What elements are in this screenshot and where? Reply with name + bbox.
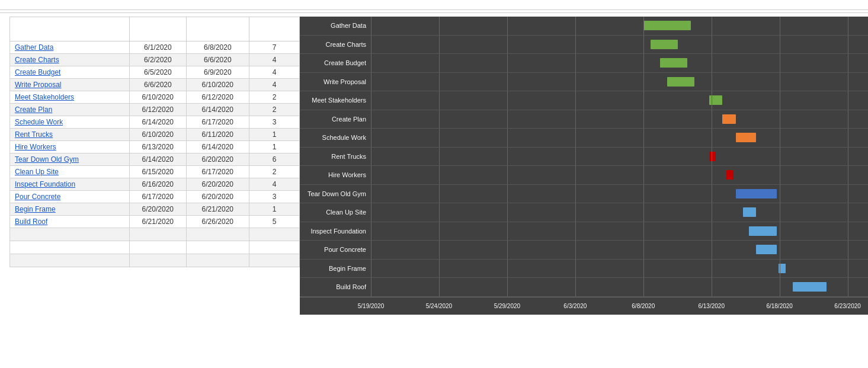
task-name-cell[interactable]: Hire Workers: [10, 141, 130, 153]
vertical-gridline: [780, 260, 780, 278]
task-name-cell[interactable]: Gather Data: [10, 41, 130, 54]
chart-row: Gather Data: [300, 17, 868, 36]
vertical-gridline: [780, 222, 780, 241]
vertical-gridline: [439, 203, 440, 222]
task-start-cell: 6/15/2020: [129, 166, 186, 178]
task-duration-cell: 2: [249, 166, 299, 178]
vertical-gridline: [575, 222, 576, 241]
task-duration-cell: 7: [249, 41, 299, 54]
chart-section: Gather DataCreate ChartsCreate BudgetWri…: [300, 17, 868, 315]
table-row: Create Plan 6/12/2020 6/14/2020 2: [10, 104, 300, 116]
chart-row-label: Write Proposal: [300, 78, 371, 85]
vertical-gridline: [439, 148, 440, 166]
vertical-gridline: [712, 36, 712, 54]
task-start-cell: 6/6/2020: [129, 79, 186, 91]
vertical-gridline: [643, 17, 644, 35]
vertical-gridline: [371, 241, 371, 259]
vertical-gridline: [575, 148, 576, 166]
vertical-gridline: [712, 222, 712, 241]
vertical-gridline: [507, 241, 508, 259]
vertical-gridline: [848, 278, 848, 296]
vertical-gridline: [643, 73, 644, 91]
task-name-cell[interactable]: Begin Frame: [10, 203, 130, 216]
task-start-cell: 6/20/2020: [129, 203, 186, 216]
task-name-cell[interactable]: Create Budget: [10, 66, 130, 79]
vertical-gridline: [780, 17, 780, 35]
chart-row: Rent Trucks: [300, 148, 868, 167]
vertical-gridline: [575, 73, 576, 91]
vertical-gridline: [575, 91, 576, 110]
task-end-cell: 6/14/2020: [186, 104, 249, 116]
vertical-gridline: [712, 278, 712, 296]
task-start-cell: 6/1/2020: [129, 41, 186, 54]
chart-row-bar-area: [371, 222, 868, 241]
vertical-gridline: [643, 166, 644, 184]
task-end-cell: 6/20/2020: [186, 191, 249, 203]
vertical-gridline: [780, 166, 780, 184]
vertical-gridline: [439, 166, 440, 184]
vertical-gridline: [575, 185, 576, 203]
chart-row-bar-area: [371, 54, 868, 72]
vertical-gridline: [712, 241, 712, 259]
chart-row-label: Create Charts: [300, 41, 371, 48]
vertical-gridline: [439, 241, 440, 259]
task-start-cell: 6/14/2020: [129, 116, 186, 129]
chart-xaxis-dates: 5/19/20205/24/20205/29/20206/3/20206/8/2…: [371, 297, 868, 315]
chart-row: Pour Concrete: [300, 241, 868, 260]
task-name-cell[interactable]: Meet Stakeholders: [10, 91, 130, 104]
gantt-bar: [667, 77, 694, 87]
gantt-bar: [736, 133, 756, 142]
vertical-gridline: [575, 260, 576, 278]
gantt-bar: [726, 170, 734, 180]
vertical-gridline: [643, 278, 644, 296]
task-duration-cell: 4: [249, 178, 299, 191]
task-start-cell: 6/16/2020: [129, 178, 186, 191]
task-name-cell[interactable]: Inspect Foundation: [10, 178, 130, 191]
chart-row: Build Roof: [300, 278, 868, 297]
chart-rows: Gather DataCreate ChartsCreate BudgetWri…: [300, 17, 868, 297]
task-duration-cell: 1: [249, 129, 299, 141]
vertical-gridline: [439, 260, 440, 278]
vertical-gridline: [780, 203, 780, 222]
task-name-cell[interactable]: Write Proposal: [10, 79, 130, 91]
chart-row-bar-area: [371, 73, 868, 91]
chart-row-label: Schedule Work: [300, 134, 371, 141]
task-end-cell: 6/20/2020: [186, 178, 249, 191]
table-row: Hire Workers 6/13/2020 6/14/2020 1: [10, 141, 300, 153]
vertical-gridline: [712, 166, 712, 184]
vertical-gridline: [643, 36, 644, 54]
task-name-cell[interactable]: Create Charts: [10, 54, 130, 66]
chart-row: Meet Stakeholders: [300, 91, 868, 110]
xaxis-date-label: 6/18/2020: [766, 303, 793, 309]
chart-row: Create Plan: [300, 110, 868, 129]
vertical-gridline: [848, 260, 848, 278]
task-start-cell: 6/5/2020: [129, 66, 186, 79]
vertical-gridline: [371, 110, 371, 129]
task-name-cell[interactable]: Rent Trucks: [10, 129, 130, 141]
gantt-bar: [756, 245, 776, 254]
vertical-gridline: [575, 129, 576, 147]
vertical-gridline: [439, 54, 440, 72]
vertical-gridline: [848, 148, 848, 166]
task-name-cell[interactable]: Clean Up Site: [10, 166, 130, 178]
xaxis-date-label: 6/13/2020: [698, 303, 725, 309]
gantt-table: Task Name Start(Date) End (Date) Duratio…: [9, 17, 300, 267]
vertical-gridline: [643, 148, 644, 166]
vertical-gridline: [507, 166, 508, 184]
vertical-gridline: [848, 54, 848, 72]
vertical-gridline: [712, 17, 712, 35]
xaxis-date-label: 6/8/2020: [632, 303, 655, 309]
task-name-cell[interactable]: Pour Concrete: [10, 191, 130, 203]
task-name-cell[interactable]: Tear Down Old Gym: [10, 153, 130, 166]
vertical-gridline: [371, 73, 371, 91]
task-name-cell[interactable]: Schedule Work: [10, 116, 130, 129]
vertical-gridline: [848, 203, 848, 222]
xaxis-date-label: 5/29/2020: [494, 303, 521, 309]
task-name-cell[interactable]: Build Roof: [10, 216, 130, 228]
gantt-bar: [749, 226, 776, 236]
vertical-gridline: [712, 73, 712, 91]
chart-row: Inspect Foundation: [300, 222, 868, 241]
xaxis-date-label: 5/24/2020: [426, 303, 453, 309]
chart-row-bar-area: [371, 166, 868, 184]
task-name-cell[interactable]: Create Plan: [10, 104, 130, 116]
